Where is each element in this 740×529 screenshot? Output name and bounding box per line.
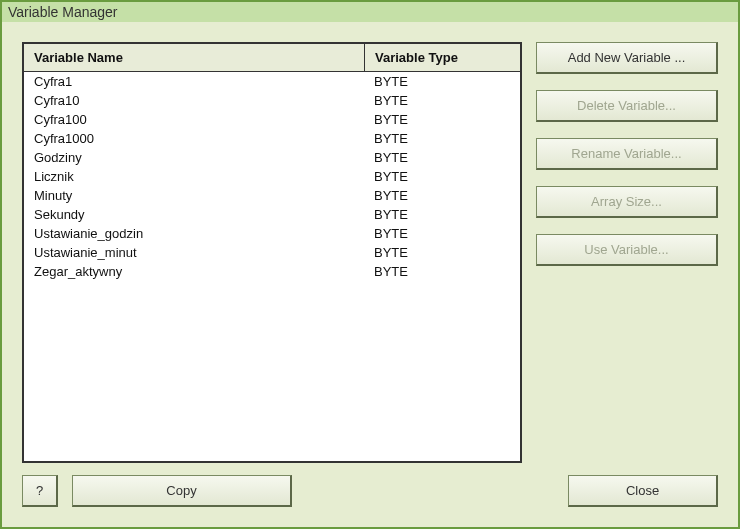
cell-variable-name: Godziny bbox=[24, 148, 364, 167]
cell-variable-type: BYTE bbox=[364, 224, 520, 243]
cell-variable-type: BYTE bbox=[364, 167, 520, 186]
table-body[interactable]: Cyfra1BYTECyfra10BYTECyfra100BYTECyfra10… bbox=[24, 72, 520, 461]
window-title: Variable Manager bbox=[2, 2, 738, 22]
table-row[interactable]: Cyfra10BYTE bbox=[24, 91, 520, 110]
cell-variable-type: BYTE bbox=[364, 110, 520, 129]
copy-button[interactable]: Copy bbox=[72, 475, 292, 507]
table-header: Variable Name Variable Type bbox=[24, 44, 520, 72]
variable-table[interactable]: Variable Name Variable Type Cyfra1BYTECy… bbox=[22, 42, 522, 463]
table-row[interactable]: MinutyBYTE bbox=[24, 186, 520, 205]
main-row: Variable Name Variable Type Cyfra1BYTECy… bbox=[22, 42, 718, 463]
cell-variable-type: BYTE bbox=[364, 262, 520, 281]
use-variable-button[interactable]: Use Variable... bbox=[536, 234, 718, 266]
cell-variable-type: BYTE bbox=[364, 129, 520, 148]
cell-variable-name: Cyfra1000 bbox=[24, 129, 364, 148]
help-button[interactable]: ? bbox=[22, 475, 58, 507]
cell-variable-name: Ustawianie_godzin bbox=[24, 224, 364, 243]
bottom-row: ? Copy Close bbox=[22, 475, 718, 507]
cell-variable-type: BYTE bbox=[364, 243, 520, 262]
table-row[interactable]: GodzinyBYTE bbox=[24, 148, 520, 167]
table-row[interactable]: Cyfra1BYTE bbox=[24, 72, 520, 91]
cell-variable-type: BYTE bbox=[364, 186, 520, 205]
cell-variable-name: Cyfra100 bbox=[24, 110, 364, 129]
table-row[interactable]: SekundyBYTE bbox=[24, 205, 520, 224]
close-button[interactable]: Close bbox=[568, 475, 718, 507]
column-header-type[interactable]: Variable Type bbox=[365, 44, 520, 71]
cell-variable-name: Minuty bbox=[24, 186, 364, 205]
cell-variable-name: Zegar_aktywny bbox=[24, 262, 364, 281]
side-buttons: Add New Variable ... Delete Variable... … bbox=[536, 42, 718, 463]
cell-variable-name: Ustawianie_minut bbox=[24, 243, 364, 262]
cell-variable-type: BYTE bbox=[364, 91, 520, 110]
table-row[interactable]: Ustawianie_minutBYTE bbox=[24, 243, 520, 262]
column-header-name[interactable]: Variable Name bbox=[24, 44, 365, 71]
delete-variable-button[interactable]: Delete Variable... bbox=[536, 90, 718, 122]
cell-variable-type: BYTE bbox=[364, 205, 520, 224]
table-row[interactable]: Cyfra100BYTE bbox=[24, 110, 520, 129]
cell-variable-name: Licznik bbox=[24, 167, 364, 186]
table-row[interactable]: Zegar_aktywnyBYTE bbox=[24, 262, 520, 281]
client-area: Variable Name Variable Type Cyfra1BYTECy… bbox=[2, 22, 738, 527]
cell-variable-type: BYTE bbox=[364, 72, 520, 91]
cell-variable-type: BYTE bbox=[364, 148, 520, 167]
cell-variable-name: Cyfra10 bbox=[24, 91, 364, 110]
rename-variable-button[interactable]: Rename Variable... bbox=[536, 138, 718, 170]
cell-variable-name: Cyfra1 bbox=[24, 72, 364, 91]
variable-manager-window: Variable Manager Variable Name Variable … bbox=[0, 0, 740, 529]
table-row[interactable]: LicznikBYTE bbox=[24, 167, 520, 186]
table-row[interactable]: Ustawianie_godzinBYTE bbox=[24, 224, 520, 243]
add-new-variable-button[interactable]: Add New Variable ... bbox=[536, 42, 718, 74]
table-row[interactable]: Cyfra1000BYTE bbox=[24, 129, 520, 148]
array-size-button[interactable]: Array Size... bbox=[536, 186, 718, 218]
cell-variable-name: Sekundy bbox=[24, 205, 364, 224]
